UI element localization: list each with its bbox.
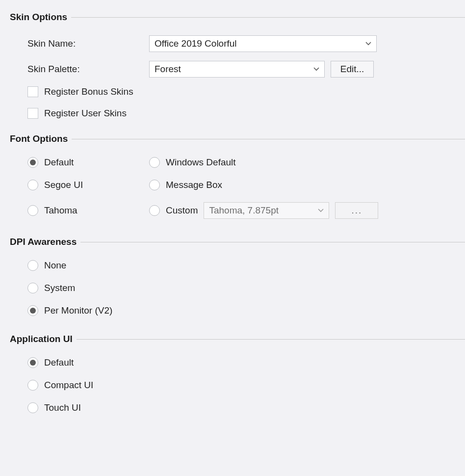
chevron-down-icon (365, 42, 371, 46)
radio-icon (27, 205, 38, 216)
chevron-down-icon (318, 209, 324, 212)
radio-font-default[interactable]: Default (27, 157, 149, 168)
divider (80, 242, 465, 242)
section-header-appui: Application UI (0, 334, 465, 344)
divider (77, 339, 465, 340)
combo-skin-name[interactable]: Office 2019 Colorful (149, 35, 377, 52)
radio-icon (27, 380, 38, 391)
radio-font-windows-default[interactable]: Windows Default (149, 157, 458, 168)
combo-skin-palette[interactable]: Forest (149, 61, 325, 78)
check-register-bonus[interactable]: Register Bonus Skins (27, 86, 458, 97)
radio-font-segoe-label: Segoe UI (44, 180, 83, 190)
radio-dpi-none[interactable]: None (27, 260, 458, 271)
checkbox-icon (27, 86, 38, 97)
section-application-ui: Application UI Default Compact UI Touch … (0, 334, 465, 413)
combo-skin-name-value: Office 2019 Colorful (155, 38, 237, 49)
radio-icon (149, 205, 160, 216)
radio-font-segoe[interactable]: Segoe UI (27, 180, 149, 190)
edit-palette-button[interactable]: Edit... (331, 61, 374, 78)
radio-dpi-none-label: None (44, 260, 66, 271)
edit-palette-button-label: Edit... (340, 64, 364, 75)
section-header-dpi: DPI Awareness (0, 237, 465, 247)
label-skin-name: Skin Name: (27, 38, 149, 49)
combo-custom-font-value: Tahoma, 7.875pt (209, 205, 279, 216)
radio-font-windows-default-label: Windows Default (166, 157, 236, 168)
radio-font-default-label: Default (44, 157, 74, 168)
radio-font-message-box-label: Message Box (166, 180, 222, 190)
row-font-custom: Custom Tahoma, 7.875pt ... (149, 202, 458, 219)
radio-icon (27, 357, 38, 368)
radio-icon (27, 157, 38, 168)
radio-dpi-per-monitor[interactable]: Per Monitor (V2) (27, 305, 458, 316)
radio-font-custom-label: Custom (166, 205, 198, 216)
radio-font-custom[interactable]: Custom (149, 205, 198, 216)
radio-icon (27, 283, 38, 293)
radio-font-tahoma[interactable]: Tahoma (27, 205, 149, 216)
check-register-user-label: Register User Skins (44, 108, 127, 119)
combo-custom-font[interactable]: Tahoma, 7.875pt (204, 202, 329, 219)
radio-font-tahoma-label: Tahoma (44, 205, 78, 216)
radio-icon (27, 260, 38, 271)
section-title: DPI Awareness (10, 237, 77, 247)
radio-icon (149, 180, 160, 190)
radio-appui-compact[interactable]: Compact UI (27, 380, 458, 391)
radio-appui-touch[interactable]: Touch UI (27, 402, 458, 413)
section-font-options: Font Options Default Windows Default Seg… (0, 133, 465, 232)
chevron-down-icon (313, 67, 319, 71)
row-skin-name: Skin Name: Office 2019 Colorful (27, 35, 458, 52)
label-skin-palette: Skin Palette: (27, 64, 149, 75)
radio-appui-compact-label: Compact UI (44, 380, 93, 391)
divider (71, 17, 465, 18)
section-dpi-awareness: DPI Awareness None System Per Monitor (V… (0, 237, 465, 329)
custom-font-browse-button[interactable]: ... (335, 202, 378, 219)
section-header-skin: Skin Options (0, 12, 465, 23)
radio-appui-touch-label: Touch UI (44, 402, 81, 413)
radio-appui-default-label: Default (44, 357, 74, 368)
radio-appui-default[interactable]: Default (27, 357, 458, 368)
section-title: Application UI (10, 334, 73, 344)
section-header-font: Font Options (0, 133, 465, 144)
section-title: Font Options (10, 133, 68, 144)
check-register-bonus-label: Register Bonus Skins (44, 86, 133, 97)
radio-icon (149, 157, 160, 168)
check-register-user[interactable]: Register User Skins (27, 108, 458, 119)
combo-skin-palette-value: Forest (155, 64, 181, 75)
radio-icon (27, 305, 38, 316)
checkbox-icon (27, 108, 38, 119)
divider (72, 139, 465, 139)
radio-dpi-system[interactable]: System (27, 283, 458, 293)
section-title: Skin Options (10, 12, 67, 23)
settings-panel: Skin Options Skin Name: Office 2019 Colo… (0, 0, 465, 413)
radio-dpi-per-monitor-label: Per Monitor (V2) (44, 305, 112, 316)
row-skin-palette: Skin Palette: Forest Edit... (27, 61, 458, 78)
radio-font-message-box[interactable]: Message Box (149, 180, 458, 190)
radio-icon (27, 402, 38, 413)
radio-icon (27, 180, 38, 190)
ellipsis-label: ... (352, 205, 362, 216)
section-skin-options: Skin Options Skin Name: Office 2019 Colo… (0, 12, 465, 119)
radio-dpi-system-label: System (44, 283, 75, 293)
